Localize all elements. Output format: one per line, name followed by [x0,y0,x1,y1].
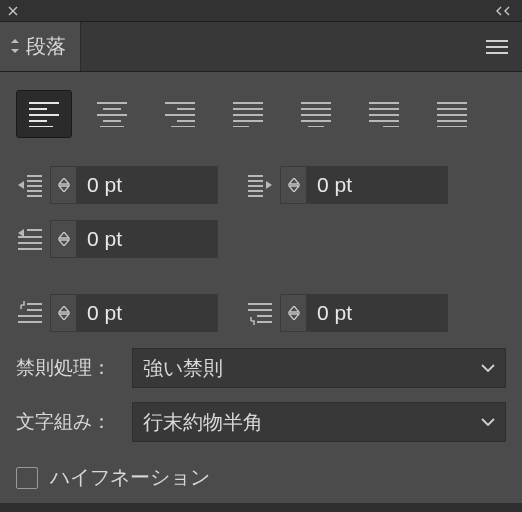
hyphenation-row: ハイフネーション [16,464,506,491]
space-before-field [16,294,218,332]
alignment-row [16,90,506,138]
chevron-down-icon [481,418,495,426]
align-right-button[interactable] [152,90,208,138]
left-indent-field [16,166,218,204]
tab-paragraph[interactable]: 段落 [0,22,81,71]
space-after-field [246,294,448,332]
kinsoku-value: 強い禁則 [143,355,223,382]
left-indent-input[interactable] [77,167,217,203]
mojikumi-row: 文字組み： 行末約物半角 [16,402,506,442]
space-after-input[interactable] [307,295,447,331]
align-right-icon [165,101,195,127]
stepper-arrows[interactable] [51,295,77,331]
justify-last-left-button[interactable] [220,90,276,138]
align-center-icon [97,101,127,127]
tab-label: 段落 [26,33,66,60]
justify-last-center-button[interactable] [288,90,344,138]
align-left-button[interactable] [16,90,72,138]
stepper-arrows[interactable] [51,221,77,257]
drag-handle-icon [10,38,20,56]
hyphenation-label: ハイフネーション [50,464,210,491]
right-indent-field [246,166,448,204]
first-line-indent-icon [16,227,44,251]
close-icon[interactable] [8,6,18,16]
right-indent-stepper[interactable] [280,166,448,204]
space-before-icon [16,301,44,325]
justify-last-left-icon [233,101,263,127]
first-line-indent-input[interactable] [77,221,217,257]
space-after-icon [246,301,274,325]
left-indent-icon [16,173,44,197]
justify-last-right-icon [369,101,399,127]
space-before-stepper[interactable] [50,294,218,332]
stepper-arrows[interactable] [51,167,77,203]
kinsoku-select[interactable]: 強い禁則 [132,348,506,388]
first-line-indent-field [16,220,218,258]
justify-all-button[interactable] [424,90,480,138]
chevron-down-icon [481,364,495,372]
align-left-icon [29,101,59,127]
justify-last-right-button[interactable] [356,90,412,138]
kinsoku-row: 禁則処理： 強い禁則 [16,348,506,388]
first-line-indent-stepper[interactable] [50,220,218,258]
titlebar [0,0,522,22]
mojikumi-label: 文字組み： [16,409,120,435]
right-indent-icon [246,173,274,197]
left-indent-stepper[interactable] [50,166,218,204]
justify-all-icon [437,101,467,127]
mojikumi-value: 行末約物半角 [143,409,263,436]
right-indent-input[interactable] [307,167,447,203]
space-after-stepper[interactable] [280,294,448,332]
stepper-arrows[interactable] [281,167,307,203]
paragraph-panel: 禁則処理： 強い禁則 文字組み： 行末約物半角 ハイフネーション [0,72,522,503]
hyphenation-checkbox[interactable] [16,467,38,489]
panel-menu-button[interactable] [472,22,522,71]
justify-last-center-icon [301,101,331,127]
stepper-arrows[interactable] [281,295,307,331]
align-center-button[interactable] [84,90,140,138]
mojikumi-select[interactable]: 行末約物半角 [132,402,506,442]
space-before-input[interactable] [77,295,217,331]
collapse-icon[interactable] [496,6,514,16]
kinsoku-label: 禁則処理： [16,355,120,381]
hamburger-icon [486,39,508,55]
tab-row: 段落 [0,22,522,72]
